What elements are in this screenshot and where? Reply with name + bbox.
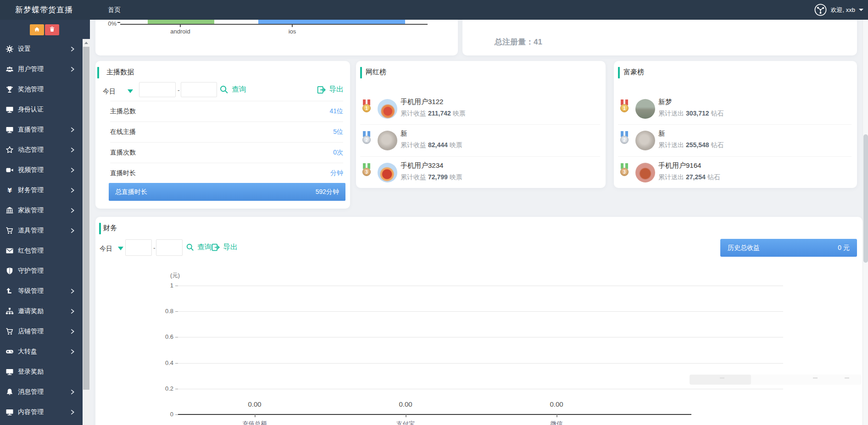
x-category-label: 微信 [534, 420, 579, 425]
dropdown-caret-icon[interactable] [128, 89, 133, 93]
x-category-label: 支付宝 [383, 420, 428, 425]
stat-label: 累计收益 [401, 141, 426, 149]
sidebar-item-users[interactable]: 用户管理 [0, 59, 83, 79]
monitor-icon [6, 105, 14, 114]
stat-value: 72,799 [428, 173, 448, 181]
rank-entry-text: 新累计送出255,548钻石 [658, 129, 724, 149]
date-from-input[interactable] [139, 82, 176, 97]
sidebar-item-label: 用户管理 [18, 65, 44, 73]
y-tick [175, 414, 178, 415]
total-registrations-value: 41 [534, 38, 542, 46]
chart-scroll-thumb[interactable] [690, 375, 751, 385]
navbar-user-area[interactable]: 欢迎, xxb [814, 0, 863, 20]
influencer-rank-card: 网红榜 1手机用户3122累计收益211,742映票2新累计收益82,444映票… [356, 61, 606, 188]
stat-unit: 映票 [450, 141, 462, 149]
sidebar-item-family[interactable]: 家族管理 [0, 200, 83, 221]
sidebar-item-moments[interactable]: 动态管理 [0, 140, 83, 160]
sidebar-item-invite[interactable]: 邀请奖励 [0, 301, 83, 321]
welcome-text[interactable]: 欢迎, xxb [831, 6, 855, 14]
medal-number: 2 [362, 136, 371, 144]
star-icon [6, 146, 14, 154]
sidebar-item-label: 守护管理 [18, 267, 44, 275]
panel-title: 主播数据 [106, 68, 134, 77]
sidebar-item-live[interactable]: 直播管理 [0, 120, 83, 140]
row-value: 分钟 [330, 169, 343, 177]
rank-entry-stat: 累计收益82,444映票 [401, 141, 462, 149]
scroll-up-arrow[interactable] [83, 39, 90, 46]
gridline [178, 311, 783, 312]
export-button[interactable]: 导出 [317, 85, 344, 94]
user-network-avatar-icon[interactable] [814, 3, 827, 17]
row-value: 5位 [333, 128, 343, 136]
rank-entry-stat: 累计送出303,712钻石 [658, 110, 724, 118]
sidebar-item-message[interactable]: 消息管理 [0, 382, 83, 402]
home-button[interactable] [30, 24, 44, 35]
sidebar-item-label: 动态管理 [18, 146, 44, 154]
window-scrollbar [862, 20, 868, 425]
ios-label: ios [274, 28, 311, 35]
chevron-right-icon [70, 389, 75, 395]
stat-value: 27,254 [686, 173, 706, 181]
title-marker [618, 67, 620, 78]
date-to-input[interactable] [181, 82, 217, 97]
sidebar-scrollbar-thumb[interactable] [83, 47, 89, 390]
total-duration-row: 总直播时长 592分钟 [109, 183, 345, 201]
window-scrollbar-thumb[interactable] [863, 134, 868, 263]
finance-card: 财务 今日 - 查询 导出 历史总收益 0 元 10.80.60.40.20(元… [95, 217, 862, 425]
export-icon [317, 85, 326, 94]
total-registrations: 总注册量：41 [495, 37, 542, 47]
sidebar-item-level[interactable]: 等级管理 [0, 281, 83, 301]
stat-unit: 钻石 [711, 141, 724, 149]
x-tick [255, 414, 256, 417]
rank-entry-text: 新累计收益82,444映票 [401, 129, 462, 149]
sidebar-item-guardian[interactable]: 守护管理 [0, 261, 83, 281]
tab-home[interactable]: 首页 [108, 0, 121, 20]
sidebar-item-login-reward[interactable]: 登录奖励 [0, 362, 83, 382]
users-icon [6, 65, 14, 73]
gridline [178, 389, 783, 389]
monitor-icon [6, 408, 14, 416]
sidebar-item-red-packet[interactable]: 红包管理 [0, 241, 83, 261]
stat-unit: 钻石 [707, 173, 720, 181]
sidebar-item-shop[interactable]: 店铺管理 [0, 321, 83, 342]
total-duration-label: 总直播时长 [115, 188, 147, 196]
sidebar-item-label: 家族管理 [18, 206, 44, 215]
top-navbar: 新梦蝶带货直播 首页 欢迎, xxb [0, 0, 868, 20]
sidebar-item-prize-pool[interactable]: 奖池管理 [0, 79, 83, 99]
sidebar-item-settings[interactable]: 设置 [0, 39, 83, 59]
rank-entry-stat: 累计送出255,548钻石 [658, 141, 724, 149]
date-preset-dropdown[interactable]: 今日 [103, 88, 116, 96]
y-tick [175, 311, 178, 312]
sidebar-item-video[interactable]: 视频管理 [0, 160, 83, 180]
medal-number: 1 [620, 104, 629, 112]
search-button[interactable]: 查询 [219, 85, 246, 94]
sidebar-item-wheel[interactable]: 大转盘 [0, 342, 83, 362]
y-axis-unit: (元) [170, 272, 180, 280]
sidebar: 设置用户管理奖池管理身份认证直播管理动态管理视频管理¥财务管理家族管理道具管理红… [0, 20, 90, 425]
chevron-right-icon [70, 227, 75, 234]
medal-rank-1-icon: 1 [619, 99, 629, 117]
medal-number: 3 [620, 168, 629, 176]
sidebar-item-label: 身份认证 [18, 105, 44, 114]
avatar [378, 99, 397, 119]
sitemap-icon [6, 307, 14, 315]
medal-rank-3-icon: 3 [362, 163, 372, 181]
stat-unit: 映票 [450, 173, 462, 181]
row-value: 41位 [329, 107, 343, 116]
sidebar-item-props[interactable]: 道具管理 [0, 221, 83, 241]
medal-number: 3 [362, 168, 371, 176]
monitor-icon [6, 126, 14, 134]
gridline [178, 286, 783, 286]
influencer-rank-list: 1手机用户3122累计收益211,742映票2新累计收益82,444映票3手机用… [356, 93, 606, 188]
yen-icon: ¥ [6, 186, 14, 194]
medal-rank-2-icon: 2 [619, 131, 629, 149]
sidebar-item-finance[interactable]: ¥财务管理 [0, 180, 83, 200]
rank-entry-stat: 累计送出27,254钻石 [658, 173, 720, 182]
sidebar-item-content[interactable]: 内容管理 [0, 402, 83, 422]
trash-button[interactable] [45, 24, 59, 35]
x-category-label: 充值总额 [232, 420, 278, 425]
chevron-right-icon [70, 328, 75, 335]
rank-entry-name: 新 [401, 129, 462, 138]
sidebar-item-identity[interactable]: 身份认证 [0, 99, 83, 120]
app-brand[interactable]: 新梦蝶带货直播 [15, 0, 73, 20]
